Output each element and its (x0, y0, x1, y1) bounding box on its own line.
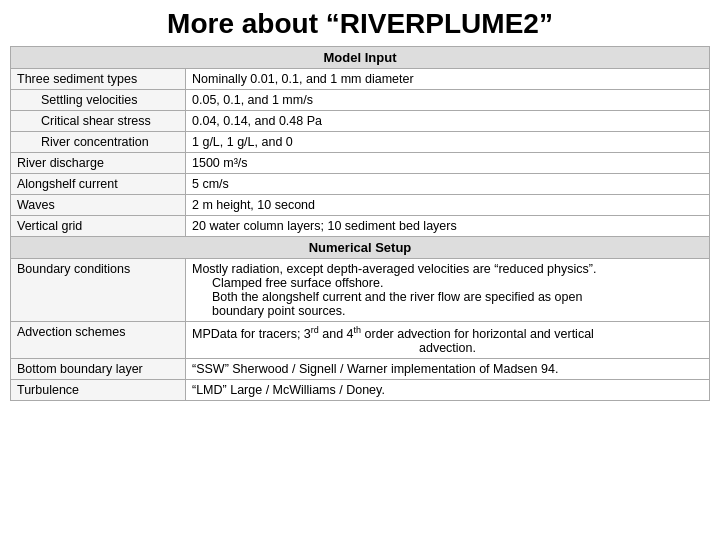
table-row: River discharge1500 m³/s (11, 153, 710, 174)
label-cell: Boundary conditions (11, 259, 186, 322)
value-cell: “SSW” Sherwood / Signell / Warner implem… (186, 359, 710, 380)
table-row: Vertical grid20 water column layers; 10 … (11, 216, 710, 237)
label-cell: Advection schemes (11, 322, 186, 359)
numerical-setup-header: Numerical Setup (11, 237, 710, 259)
label-cell: Settling velocities (11, 90, 186, 111)
table-row: Settling velocities0.05, 0.1, and 1 mm/s (11, 90, 710, 111)
label-cell: Turbulence (11, 380, 186, 401)
table-row: Three sediment typesNominally 0.01, 0.1,… (11, 69, 710, 90)
model-input-header: Model Input (11, 47, 710, 69)
page-title: More about “RIVERPLUME2” (167, 8, 553, 40)
value-cell: 0.05, 0.1, and 1 mm/s (186, 90, 710, 111)
value-cell: 0.04, 0.14, and 0.48 Pa (186, 111, 710, 132)
table-row: Boundary conditionsMostly radiation, exc… (11, 259, 710, 322)
value-cell: Mostly radiation, except depth-averaged … (186, 259, 710, 322)
label-cell: Three sediment types (11, 69, 186, 90)
table-row: Bottom boundary layer“SSW” Sherwood / Si… (11, 359, 710, 380)
table-row: Critical shear stress0.04, 0.14, and 0.4… (11, 111, 710, 132)
table-row: Turbulence“LMD” Large / McWilliams / Don… (11, 380, 710, 401)
label-cell: River discharge (11, 153, 186, 174)
label-cell: River concentration (11, 132, 186, 153)
table-row: Waves2 m height, 10 second (11, 195, 710, 216)
label-cell: Alongshelf current (11, 174, 186, 195)
value-cell: 1 g/L, 1 g/L, and 0 (186, 132, 710, 153)
value-cell: 2 m height, 10 second (186, 195, 710, 216)
label-cell: Waves (11, 195, 186, 216)
label-cell: Vertical grid (11, 216, 186, 237)
value-cell: 1500 m³/s (186, 153, 710, 174)
value-cell: 20 water column layers; 10 sediment bed … (186, 216, 710, 237)
value-cell: MPData for tracers; 3rd and 4th order ad… (186, 322, 710, 359)
main-table: Model Input Three sediment typesNominall… (10, 46, 710, 401)
table-row: River concentration1 g/L, 1 g/L, and 0 (11, 132, 710, 153)
value-cell: “LMD” Large / McWilliams / Doney. (186, 380, 710, 401)
table-row: Advection schemesMPData for tracers; 3rd… (11, 322, 710, 359)
label-cell: Bottom boundary layer (11, 359, 186, 380)
value-cell: Nominally 0.01, 0.1, and 1 mm diameter (186, 69, 710, 90)
table-row: Alongshelf current5 cm/s (11, 174, 710, 195)
value-cell: 5 cm/s (186, 174, 710, 195)
label-cell: Critical shear stress (11, 111, 186, 132)
